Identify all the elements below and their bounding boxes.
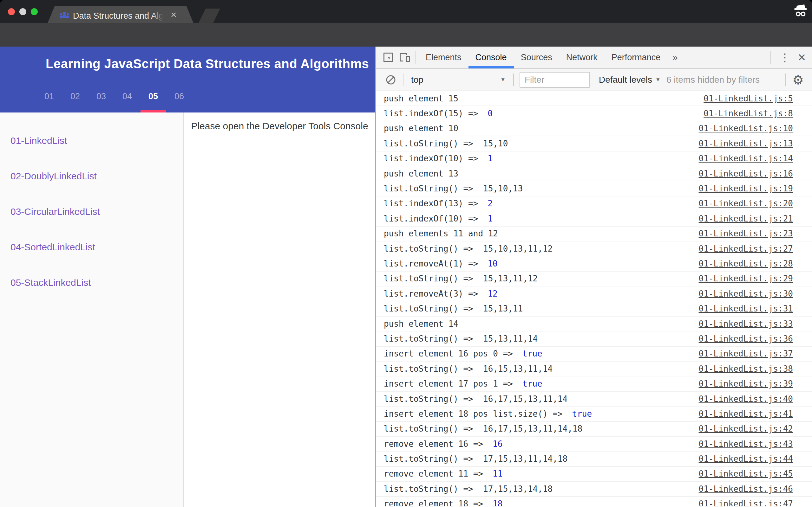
source-link[interactable]: 01-LinkedList.js:29 [699, 274, 793, 283]
chapter-nav-item[interactable]: 04 [120, 92, 135, 101]
chapter-nav-item[interactable]: 06 [172, 92, 187, 101]
chapter-nav-item[interactable]: 05 [146, 92, 160, 101]
console-row: list.removeAt(3) => 12 01-LinkedList.js:… [376, 286, 812, 301]
source-link[interactable]: 01-LinkedList.js:28 [699, 259, 793, 268]
console-value: true [572, 409, 592, 418]
console-message: list.indexOf(13) => [384, 199, 478, 208]
window-minimize-button[interactable] [19, 8, 26, 15]
console-value: 1 [488, 154, 493, 163]
source-link[interactable]: 01-LinkedList.js:40 [699, 394, 793, 404]
source-link[interactable]: 01-LinkedList.js:21 [699, 214, 793, 223]
console-row: remove element 11 => 11 01-LinkedList.js… [376, 467, 812, 482]
sidebar-link[interactable]: 02-DoublyLinkedList [10, 171, 183, 181]
console-value: 1 [488, 214, 493, 223]
source-link[interactable]: 01-LinkedList.js:37 [699, 349, 793, 358]
console-message: list.indexOf(15) => [384, 109, 478, 118]
chapter-nav-item[interactable]: 02 [68, 92, 83, 101]
console-message: list.toString() => 15,10,13,11,12 [384, 244, 553, 253]
devtools-tab[interactable]: Sources [514, 46, 559, 68]
console-message: insert element 17 pos 1 => [384, 379, 513, 389]
source-link[interactable]: 01-LinkedList.js:45 [699, 469, 793, 478]
console-row: insert element 17 pos 1 => true 01-Linke… [376, 377, 812, 391]
sidebar-link[interactable]: 04-SortedLinkedList [10, 242, 183, 252]
console-value: true [522, 349, 542, 358]
source-link[interactable]: 01-LinkedList.js:42 [699, 424, 793, 434]
source-link[interactable]: 01-LinkedList.js:5 [704, 94, 793, 103]
source-link[interactable]: 01-LinkedList.js:36 [699, 334, 793, 343]
window-zoom-button[interactable] [31, 8, 38, 15]
toolbar-separator [403, 73, 403, 86]
devtools-tab[interactable]: Elements [419, 46, 468, 68]
console-row: push element 10 01-LinkedList.js:10 [376, 121, 812, 136]
source-link[interactable]: 01-LinkedList.js:10 [699, 124, 793, 133]
source-link[interactable]: 01-LinkedList.js:31 [699, 304, 793, 314]
sidebar-link[interactable]: 01-LinkedList [10, 135, 183, 146]
console-row: list.toString() => 15,13,11,14 01-Linked… [376, 331, 812, 346]
toolbar-separator [513, 73, 514, 86]
sidebar-link[interactable]: 05-StackLinkedList [10, 277, 183, 288]
device-toolbar-icon[interactable] [397, 46, 413, 68]
devtools-close-icon[interactable]: × [796, 51, 812, 64]
devtools-tab[interactable]: Console [468, 46, 514, 68]
console-row: list.toString() => 15,13,11,12 01-Linked… [376, 272, 812, 286]
source-link[interactable]: 01-LinkedList.js:23 [699, 229, 793, 238]
source-link[interactable]: 01-LinkedList.js:33 [699, 319, 793, 329]
console-row: push element 15 01-LinkedList.js:5 [376, 91, 812, 106]
source-link[interactable]: 01-LinkedList.js:16 [699, 169, 793, 178]
context-label: top [411, 75, 423, 85]
console-message: list.toString() => 15,13,11,12 [384, 274, 538, 283]
window-close-button[interactable] [8, 8, 15, 15]
filter-input[interactable] [519, 72, 590, 88]
source-link[interactable]: 01-LinkedList.js:14 [699, 154, 793, 163]
source-link[interactable]: 01-LinkedList.js:47 [699, 499, 793, 506]
source-link[interactable]: 01-LinkedList.js:13 [699, 139, 793, 148]
source-link[interactable]: 01-LinkedList.js:19 [699, 184, 793, 193]
console-row: list.toString() => 16,17,15,13,11,14 01-… [376, 392, 812, 406]
console-message: insert element 16 pos 0 => [384, 349, 513, 358]
tab-close-icon[interactable]: × [171, 9, 177, 20]
sidebar: 01-LinkedList02-DoublyLinkedList03-Circu… [0, 112, 184, 507]
inspect-element-icon[interactable] [380, 46, 397, 68]
sidebar-link[interactable]: 03-CircularLinkedList [10, 206, 183, 217]
devtools-tab[interactable]: Network [559, 46, 605, 68]
main-content: Please open the Developer Tools Console [184, 112, 375, 507]
devtools-menu-icon[interactable]: ⋮ [774, 51, 796, 64]
clear-console-icon[interactable] [386, 75, 396, 85]
console-value: 18 [493, 499, 502, 506]
console-message: list.indexOf(10) => [384, 214, 478, 223]
console-value: 12 [488, 289, 497, 298]
source-link[interactable]: 01-LinkedList.js:20 [699, 199, 793, 208]
console-row: list.toString() => 16,15,13,11,14 01-Lin… [376, 361, 812, 377]
console-row: remove element 16 => 16 01-LinkedList.js… [376, 437, 812, 452]
console-message: push elements 11 and 12 [384, 229, 498, 238]
source-link[interactable]: 01-LinkedList.js:46 [699, 484, 793, 494]
console-settings-gear-icon[interactable]: ⚙ [789, 72, 808, 87]
devtools-tab[interactable]: Performance [605, 46, 668, 68]
execution-context-select[interactable]: top ▼ [406, 75, 511, 85]
console-row: push elements 11 and 12 01-LinkedList.js… [376, 227, 812, 241]
source-link[interactable]: 01-LinkedList.js:38 [699, 364, 793, 374]
console-row: list.indexOf(13) => 2 01-LinkedList.js:2… [376, 196, 812, 211]
tab-title: Data Structures and Algorithms [73, 10, 165, 21]
source-link[interactable]: 01-LinkedList.js:44 [699, 454, 793, 464]
toolbar-separator [785, 73, 786, 86]
console-row: list.indexOf(15) => 0 01-LinkedList.js:8 [376, 106, 812, 121]
chapter-nav: 010203040506 [42, 92, 187, 101]
source-link[interactable]: 01-LinkedList.js:41 [699, 409, 793, 418]
console-message: list.toString() => 16,17,15,13,11,14,18 [384, 424, 582, 434]
source-link[interactable]: 01-LinkedList.js:30 [699, 289, 793, 298]
source-link[interactable]: 01-LinkedList.js:27 [699, 244, 793, 253]
new-tab-button[interactable] [199, 9, 220, 23]
console-row: insert element 18 pos list.size() => tru… [376, 406, 812, 421]
source-link[interactable]: 01-LinkedList.js:8 [704, 109, 793, 118]
console-message: remove element 16 => [384, 439, 483, 449]
more-tabs-icon[interactable]: » [667, 52, 683, 63]
incognito-icon [792, 4, 809, 18]
chapter-nav-item[interactable]: 01 [42, 92, 56, 101]
source-link[interactable]: 01-LinkedList.js:39 [699, 379, 793, 389]
source-link[interactable]: 01-LinkedList.js:43 [699, 439, 793, 449]
log-levels-select[interactable]: Default levels ▼ [599, 75, 661, 85]
chapter-nav-item[interactable]: 03 [94, 92, 108, 101]
devtools-panel: ElementsConsoleSourcesNetworkPerformance… [375, 47, 812, 507]
console-message: list.toString() => 17,15,13,11,14,18 [384, 454, 567, 464]
